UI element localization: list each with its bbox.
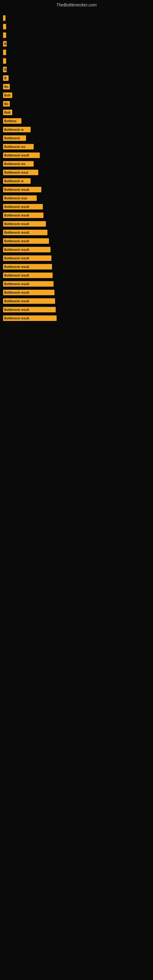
bar-row: Bottleneck result xyxy=(3,315,150,321)
bar-row: Bottleneck res xyxy=(3,161,150,167)
bar-row xyxy=(3,15,150,21)
bar-row: Bottleneck xyxy=(3,135,150,142)
bar-label: Bott xyxy=(4,94,10,97)
bar-item: Bottleneck xyxy=(3,135,26,141)
bar-item: Bott xyxy=(3,92,12,98)
bar-item: Bottleneck result xyxy=(3,264,52,269)
bar-row: Bottleneck result xyxy=(3,221,150,227)
bar-row: B xyxy=(3,40,150,47)
bar-row: Bottleneck result xyxy=(3,306,150,313)
bar-label: Bottleneck re xyxy=(4,128,24,131)
bar-item: Bottleneck result xyxy=(3,213,43,218)
bar-item: Bottleneck result xyxy=(3,247,51,252)
bar-item: Bottleneck result xyxy=(3,238,49,244)
bar-label: Bottleneck result xyxy=(4,248,29,251)
bar-item: Bottleneck result xyxy=(3,221,46,227)
bar-label: Bottleneck result xyxy=(4,205,29,208)
bar-row: Bottleneck result xyxy=(3,263,150,270)
bar-item: Bottlene xyxy=(3,118,21,124)
bar-item: Bottleneck result xyxy=(3,153,40,158)
bar-row: Bottleneck result xyxy=(3,280,150,287)
bar-label: Bottleneck result xyxy=(4,265,29,269)
bar-item: Bottleneck re xyxy=(3,127,30,132)
bar-item: Bottleneck result xyxy=(3,272,53,278)
bar-label: Bott xyxy=(4,111,10,114)
bar-item xyxy=(3,58,6,64)
bar-row xyxy=(3,57,150,64)
bar-item: Bottleneck result xyxy=(3,315,57,321)
bar-label: Bottlene xyxy=(4,119,16,123)
bar-row: Bottleneck re xyxy=(3,178,150,185)
bar-label: Bottleneck resul xyxy=(4,171,28,174)
bar-row: Bottleneck resu xyxy=(3,195,150,202)
bar-row: Bo xyxy=(3,83,150,90)
bar-row: Bott xyxy=(3,92,150,99)
bar-label: B xyxy=(4,42,6,46)
bar-item: Bottleneck result xyxy=(3,298,55,304)
bar-item: Bottleneck res xyxy=(3,144,33,150)
bar-item: Bottleneck result xyxy=(3,204,43,210)
bar-label: Bottleneck resu xyxy=(4,197,27,200)
bar-row: Bottleneck result xyxy=(3,246,150,253)
bar-row: B xyxy=(3,75,150,81)
bar-label: Bottleneck result xyxy=(4,317,29,320)
bar-label: Bo xyxy=(4,85,8,89)
bar-row: Bottleneck result xyxy=(3,255,150,261)
bar-label: Bottleneck result xyxy=(4,222,29,226)
bar-row: Bott xyxy=(3,109,150,116)
bar-row: Bottleneck res xyxy=(3,143,150,150)
bar-label: Bottleneck res xyxy=(4,145,26,148)
bar-item: Bottleneck result xyxy=(3,187,41,192)
bar-item: Bottleneck resul xyxy=(3,170,38,175)
bar-item: B xyxy=(3,75,9,81)
bar-label: Bottleneck result xyxy=(4,282,29,286)
bar-row: Bottleneck result xyxy=(3,152,150,159)
bar-item xyxy=(3,32,6,38)
bar-row: Bottleneck result xyxy=(3,238,150,244)
bar-item: B xyxy=(3,67,7,72)
bar-row xyxy=(3,49,150,56)
bar-row: Bottlene xyxy=(3,118,150,124)
bar-item xyxy=(3,15,5,21)
bar-row: Bottleneck re xyxy=(3,126,150,133)
bar-label: Bottleneck re xyxy=(4,180,24,183)
bar-label: Bottleneck result xyxy=(4,231,29,234)
bar-item: Bottleneck re xyxy=(3,178,30,184)
bar-row: Bottleneck result xyxy=(3,204,150,210)
bar-label: Bottleneck result xyxy=(4,154,29,157)
bar-row: Bottleneck result xyxy=(3,186,150,193)
bar-label: Bottleneck result xyxy=(4,291,29,294)
bar-label: Bottleneck xyxy=(4,137,20,140)
bar-row: Bottleneck result xyxy=(3,289,150,296)
bar-item: Bottleneck result xyxy=(3,281,54,286)
bar-label: B xyxy=(4,76,6,80)
bar-label: B xyxy=(4,68,6,72)
bar-item: Bottleneck result xyxy=(3,290,54,295)
bar-row: Bottleneck resul xyxy=(3,169,150,176)
bar-label: Bottleneck result xyxy=(4,274,29,277)
bar-item: Bottleneck res xyxy=(3,161,33,167)
bar-label: Bottleneck result xyxy=(4,214,29,217)
bar-label: Bottleneck result xyxy=(4,257,29,260)
bar-label: Bottleneck result xyxy=(4,188,29,191)
bar-row xyxy=(3,23,150,30)
bar-label: Bottleneck result xyxy=(4,240,29,243)
bar-item: Bottleneck result xyxy=(3,255,51,261)
bar-item: Bottleneck result xyxy=(3,230,48,235)
bars-container: BBBBoBottBoBottBottleneBottleneck reBott… xyxy=(0,9,153,326)
site-title: TheBottlenecker.com xyxy=(0,0,153,9)
bar-item: Bott xyxy=(3,110,12,115)
bar-row: Bottleneck result xyxy=(3,298,150,304)
bar-row: Bo xyxy=(3,100,150,107)
bar-label: Bottleneck result xyxy=(4,308,29,312)
bar-label: Bottleneck result xyxy=(4,299,29,303)
site-title-text: TheBottlenecker.com xyxy=(56,2,97,7)
bar-item xyxy=(3,24,6,29)
bar-row: Bottleneck result xyxy=(3,229,150,236)
bar-item: Bo xyxy=(3,84,10,89)
bar-row: Bottleneck result xyxy=(3,212,150,219)
bar-item: Bo xyxy=(3,101,10,107)
bar-row: B xyxy=(3,66,150,73)
bar-item: Bottleneck result xyxy=(3,307,56,312)
bar-row xyxy=(3,32,150,38)
